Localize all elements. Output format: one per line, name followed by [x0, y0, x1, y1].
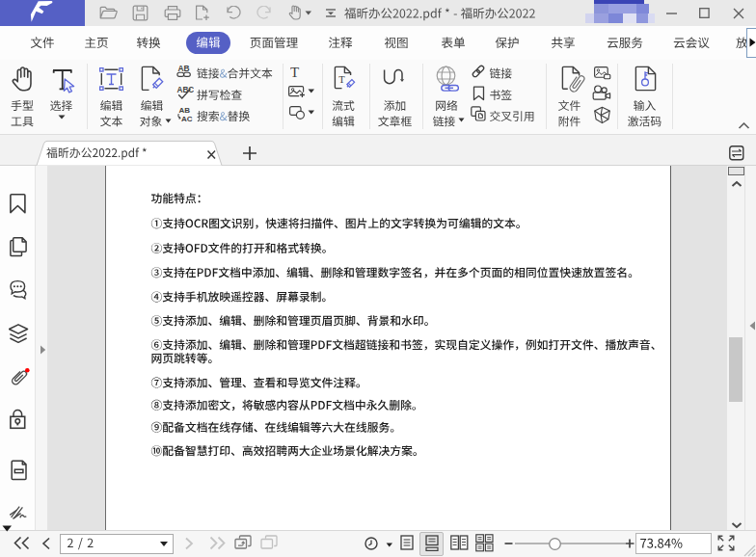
svg-text:ABC: ABC [177, 86, 195, 94]
svg-text:T: T [290, 65, 299, 79]
svg-text:AC: AC [181, 115, 193, 122]
svg-text:T: T [338, 74, 345, 85]
svg-text:AB: AB [178, 64, 190, 73]
